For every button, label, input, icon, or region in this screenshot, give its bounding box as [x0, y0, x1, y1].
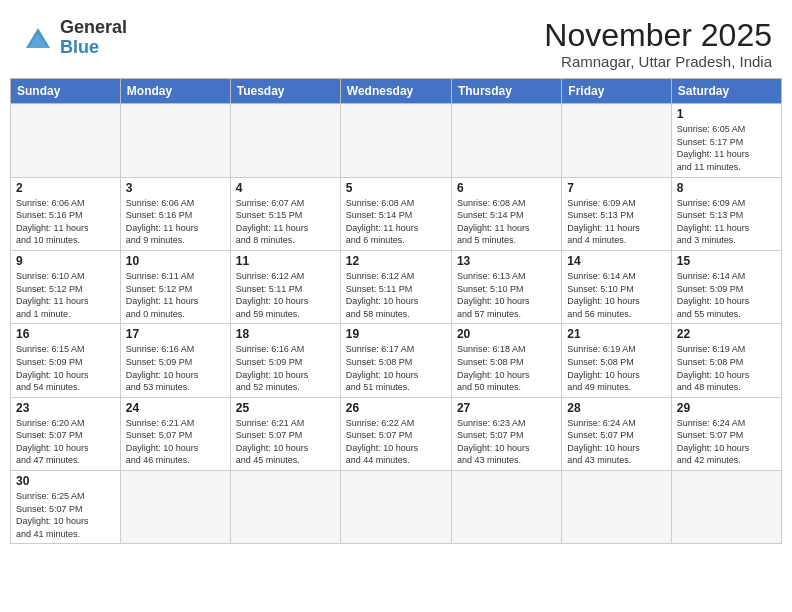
day-info: Sunrise: 6:15 AM Sunset: 5:09 PM Dayligh… — [16, 343, 115, 393]
calendar-cell — [120, 104, 230, 177]
day-info: Sunrise: 6:08 AM Sunset: 5:14 PM Dayligh… — [346, 197, 446, 247]
day-info: Sunrise: 6:06 AM Sunset: 5:16 PM Dayligh… — [16, 197, 115, 247]
day-info: Sunrise: 6:14 AM Sunset: 5:10 PM Dayligh… — [567, 270, 665, 320]
logo-text: General Blue — [60, 18, 127, 58]
calendar-cell: 20Sunrise: 6:18 AM Sunset: 5:08 PM Dayli… — [451, 324, 561, 397]
day-info: Sunrise: 6:12 AM Sunset: 5:11 PM Dayligh… — [236, 270, 335, 320]
weekday-header-tuesday: Tuesday — [230, 79, 340, 104]
calendar-cell: 26Sunrise: 6:22 AM Sunset: 5:07 PM Dayli… — [340, 397, 451, 470]
day-number: 25 — [236, 401, 335, 415]
day-info: Sunrise: 6:11 AM Sunset: 5:12 PM Dayligh… — [126, 270, 225, 320]
day-number: 14 — [567, 254, 665, 268]
day-number: 17 — [126, 327, 225, 341]
calendar-week-row: 16Sunrise: 6:15 AM Sunset: 5:09 PM Dayli… — [11, 324, 782, 397]
day-number: 3 — [126, 181, 225, 195]
calendar-week-row: 30Sunrise: 6:25 AM Sunset: 5:07 PM Dayli… — [11, 471, 782, 544]
day-info: Sunrise: 6:13 AM Sunset: 5:10 PM Dayligh… — [457, 270, 556, 320]
calendar-cell: 30Sunrise: 6:25 AM Sunset: 5:07 PM Dayli… — [11, 471, 121, 544]
calendar-cell — [671, 471, 781, 544]
day-number: 8 — [677, 181, 776, 195]
calendar-cell — [562, 104, 671, 177]
calendar-cell: 11Sunrise: 6:12 AM Sunset: 5:11 PM Dayli… — [230, 250, 340, 323]
day-number: 7 — [567, 181, 665, 195]
calendar-cell: 25Sunrise: 6:21 AM Sunset: 5:07 PM Dayli… — [230, 397, 340, 470]
calendar-cell: 28Sunrise: 6:24 AM Sunset: 5:07 PM Dayli… — [562, 397, 671, 470]
day-number: 6 — [457, 181, 556, 195]
day-info: Sunrise: 6:24 AM Sunset: 5:07 PM Dayligh… — [677, 417, 776, 467]
day-number: 22 — [677, 327, 776, 341]
day-info: Sunrise: 6:09 AM Sunset: 5:13 PM Dayligh… — [677, 197, 776, 247]
calendar-cell — [340, 104, 451, 177]
day-number: 16 — [16, 327, 115, 341]
day-number: 23 — [16, 401, 115, 415]
day-info: Sunrise: 6:16 AM Sunset: 5:09 PM Dayligh… — [126, 343, 225, 393]
calendar-cell: 19Sunrise: 6:17 AM Sunset: 5:08 PM Dayli… — [340, 324, 451, 397]
day-info: Sunrise: 6:16 AM Sunset: 5:09 PM Dayligh… — [236, 343, 335, 393]
day-number: 27 — [457, 401, 556, 415]
day-info: Sunrise: 6:19 AM Sunset: 5:08 PM Dayligh… — [567, 343, 665, 393]
day-number: 5 — [346, 181, 446, 195]
calendar-cell: 13Sunrise: 6:13 AM Sunset: 5:10 PM Dayli… — [451, 250, 561, 323]
calendar-cell — [451, 104, 561, 177]
calendar-cell — [230, 104, 340, 177]
day-number: 2 — [16, 181, 115, 195]
day-info: Sunrise: 6:21 AM Sunset: 5:07 PM Dayligh… — [126, 417, 225, 467]
day-number: 20 — [457, 327, 556, 341]
calendar-table: SundayMondayTuesdayWednesdayThursdayFrid… — [10, 78, 782, 544]
day-number: 24 — [126, 401, 225, 415]
calendar-cell: 24Sunrise: 6:21 AM Sunset: 5:07 PM Dayli… — [120, 397, 230, 470]
calendar-cell: 15Sunrise: 6:14 AM Sunset: 5:09 PM Dayli… — [671, 250, 781, 323]
day-number: 13 — [457, 254, 556, 268]
calendar-cell: 2Sunrise: 6:06 AM Sunset: 5:16 PM Daylig… — [11, 177, 121, 250]
day-info: Sunrise: 6:06 AM Sunset: 5:16 PM Dayligh… — [126, 197, 225, 247]
calendar-cell: 27Sunrise: 6:23 AM Sunset: 5:07 PM Dayli… — [451, 397, 561, 470]
month-title: November 2025 — [544, 18, 772, 53]
calendar-cell: 22Sunrise: 6:19 AM Sunset: 5:08 PM Dayli… — [671, 324, 781, 397]
day-info: Sunrise: 6:22 AM Sunset: 5:07 PM Dayligh… — [346, 417, 446, 467]
calendar-cell: 14Sunrise: 6:14 AM Sunset: 5:10 PM Dayli… — [562, 250, 671, 323]
day-info: Sunrise: 6:12 AM Sunset: 5:11 PM Dayligh… — [346, 270, 446, 320]
calendar-cell: 12Sunrise: 6:12 AM Sunset: 5:11 PM Dayli… — [340, 250, 451, 323]
weekday-header-friday: Friday — [562, 79, 671, 104]
day-number: 29 — [677, 401, 776, 415]
day-number: 10 — [126, 254, 225, 268]
calendar-week-row: 1Sunrise: 6:05 AM Sunset: 5:17 PM Daylig… — [11, 104, 782, 177]
day-number: 21 — [567, 327, 665, 341]
calendar-cell: 8Sunrise: 6:09 AM Sunset: 5:13 PM Daylig… — [671, 177, 781, 250]
calendar-cell: 18Sunrise: 6:16 AM Sunset: 5:09 PM Dayli… — [230, 324, 340, 397]
calendar-cell: 7Sunrise: 6:09 AM Sunset: 5:13 PM Daylig… — [562, 177, 671, 250]
day-number: 18 — [236, 327, 335, 341]
page-header: General Blue November 2025 Ramnagar, Utt… — [10, 10, 782, 74]
calendar-cell — [562, 471, 671, 544]
day-number: 19 — [346, 327, 446, 341]
calendar-cell: 17Sunrise: 6:16 AM Sunset: 5:09 PM Dayli… — [120, 324, 230, 397]
logo-icon — [20, 24, 56, 52]
calendar-cell: 23Sunrise: 6:20 AM Sunset: 5:07 PM Dayli… — [11, 397, 121, 470]
calendar-cell — [451, 471, 561, 544]
title-block: November 2025 Ramnagar, Uttar Pradesh, I… — [544, 18, 772, 70]
day-info: Sunrise: 6:14 AM Sunset: 5:09 PM Dayligh… — [677, 270, 776, 320]
logo: General Blue — [20, 18, 127, 58]
day-info: Sunrise: 6:07 AM Sunset: 5:15 PM Dayligh… — [236, 197, 335, 247]
day-info: Sunrise: 6:05 AM Sunset: 5:17 PM Dayligh… — [677, 123, 776, 173]
calendar-cell: 1Sunrise: 6:05 AM Sunset: 5:17 PM Daylig… — [671, 104, 781, 177]
calendar-week-row: 2Sunrise: 6:06 AM Sunset: 5:16 PM Daylig… — [11, 177, 782, 250]
day-number: 4 — [236, 181, 335, 195]
calendar-week-row: 9Sunrise: 6:10 AM Sunset: 5:12 PM Daylig… — [11, 250, 782, 323]
day-number: 26 — [346, 401, 446, 415]
day-info: Sunrise: 6:09 AM Sunset: 5:13 PM Dayligh… — [567, 197, 665, 247]
calendar-cell: 29Sunrise: 6:24 AM Sunset: 5:07 PM Dayli… — [671, 397, 781, 470]
calendar-cell — [120, 471, 230, 544]
day-info: Sunrise: 6:20 AM Sunset: 5:07 PM Dayligh… — [16, 417, 115, 467]
day-info: Sunrise: 6:24 AM Sunset: 5:07 PM Dayligh… — [567, 417, 665, 467]
day-number: 28 — [567, 401, 665, 415]
calendar-cell: 6Sunrise: 6:08 AM Sunset: 5:14 PM Daylig… — [451, 177, 561, 250]
day-number: 12 — [346, 254, 446, 268]
weekday-header-sunday: Sunday — [11, 79, 121, 104]
calendar-cell — [230, 471, 340, 544]
day-number: 1 — [677, 107, 776, 121]
weekday-header-wednesday: Wednesday — [340, 79, 451, 104]
day-number: 30 — [16, 474, 115, 488]
day-info: Sunrise: 6:19 AM Sunset: 5:08 PM Dayligh… — [677, 343, 776, 393]
weekday-header-thursday: Thursday — [451, 79, 561, 104]
